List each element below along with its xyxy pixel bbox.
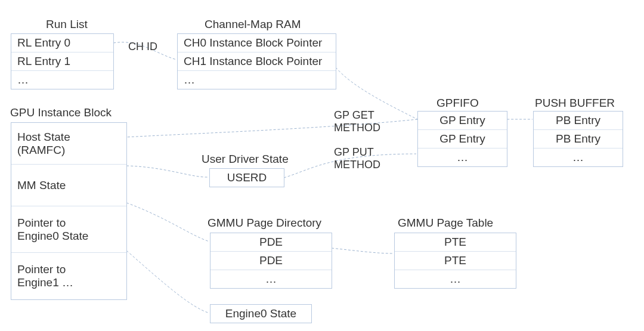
runlist-row-1: RL Entry 1 [11,52,113,71]
chmap-title: Channel-Map RAM [205,18,301,31]
pd-row-0: PDE [210,233,332,252]
pd-title: GMMU Page Directory [208,216,321,230]
chmap-block: CH0 Instance Block Pointer CH1 Instance … [177,33,336,89]
chid-label: CH ID [128,41,157,53]
gpput-label: GP PUTMETHOD [334,146,380,171]
instblock-row-eng1: Pointer toEngine1 … [11,253,126,299]
gpfifo-block: GP Entry GP Entry … [417,111,507,167]
chmap-row-0: CH0 Instance Block Pointer [178,34,336,52]
runlist-block: RL Entry 0 RL Entry 1 … [11,33,114,89]
gpput-text: GP PUTMETHOD [334,146,380,171]
chmap-row-ellipsis: … [178,71,336,89]
instblock-row-eng0: Pointer toEngine0 State [11,206,126,253]
gpfifo-row-0: GP Entry [418,112,507,130]
runlist-title: Run List [46,18,88,31]
pt-row-ellipsis: … [395,270,516,288]
pt-title: GMMU Page Table [398,216,493,230]
engine0-row: Engine0 State [210,305,311,323]
runlist-row-ellipsis: … [11,71,113,89]
pushbuf-block: PB Entry PB Entry … [533,111,623,167]
pd-row-ellipsis: … [210,270,332,288]
instblock-title: GPU Instance Block [10,106,112,119]
gpfifo-row-1: GP Entry [418,130,507,149]
runlist-row-0: RL Entry 0 [11,34,113,52]
pushbuf-row-ellipsis: … [534,149,623,166]
gpget-text: GP GETMETHOD [334,109,380,134]
pt-row-0: PTE [395,233,516,252]
gpfifo-row-ellipsis: … [418,149,507,166]
userd-row: USERD [210,169,284,187]
pt-row-1: PTE [395,252,516,270]
userd-title: User Driver State [202,153,289,166]
instblock-block: Host State(RAMFC) MM State Pointer toEng… [11,122,127,300]
gpget-label: GP GETMETHOD [334,109,380,134]
pushbuf-row-0: PB Entry [534,112,623,130]
pd-row-1: PDE [210,252,332,270]
pt-block: PTE PTE … [394,233,516,289]
instblock-row-mm: MM State [11,165,126,206]
engine0-block: Engine0 State [210,304,312,323]
chmap-row-1: CH1 Instance Block Pointer [178,52,336,71]
userd-block: USERD [209,168,284,187]
pushbuf-title: PUSH BUFFER [535,97,615,110]
gpfifo-title: GPFIFO [436,97,479,110]
pushbuf-row-1: PB Entry [534,130,623,149]
instblock-row-host: Host State(RAMFC) [11,123,126,165]
pd-block: PDE PDE … [210,233,332,289]
